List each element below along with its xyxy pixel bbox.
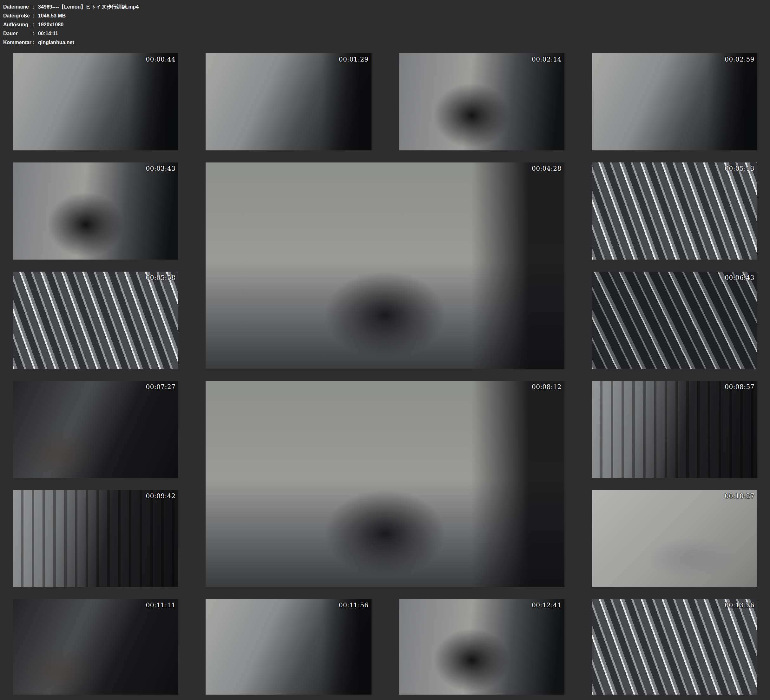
video-frame-thumbnail: 00:05:58 bbox=[13, 272, 178, 369]
file-name-value: 34969----【Lemon】ヒトイヌ歩行訓練.mp4 bbox=[38, 3, 139, 11]
file-size-value: 1046.53 MB bbox=[38, 11, 66, 20]
frame-timestamp: 00:05:13 bbox=[725, 165, 754, 172]
meta-row-duration: Dauer : 00:14:11 bbox=[3, 29, 770, 38]
video-frame-thumbnail: 00:09:42 bbox=[13, 490, 178, 587]
meta-separator: : bbox=[32, 11, 38, 20]
video-frame-thumbnail: 00:07:27 bbox=[13, 381, 178, 478]
frame-timestamp: 00:07:27 bbox=[146, 383, 175, 391]
frame-timestamp: 00:11:56 bbox=[339, 601, 369, 609]
meta-separator: : bbox=[32, 38, 38, 47]
video-frame-thumbnail: 00:13:26 bbox=[592, 599, 757, 695]
meta-label: Dauer bbox=[3, 29, 32, 38]
thumbnail-grid: 00:00:44 00:01:29 00:02:14 00:02:59 00:0… bbox=[0, 48, 770, 700]
comment-value: qinglanhua.net bbox=[38, 38, 74, 47]
meta-row-comment: Kommentar : qinglanhua.net bbox=[3, 38, 770, 47]
video-frame-thumbnail: 00:00:44 bbox=[13, 53, 178, 151]
video-frame-thumbnail: 00:01:29 bbox=[205, 53, 371, 151]
frame-timestamp: 00:04:28 bbox=[532, 165, 561, 172]
video-frame-thumbnail: 00:03:43 bbox=[13, 162, 178, 259]
video-frame-thumbnail-large: 00:04:28 bbox=[205, 162, 565, 369]
meta-label: Dateigröße bbox=[3, 11, 32, 20]
meta-label: Auflösung bbox=[3, 20, 32, 29]
frame-timestamp: 00:12:41 bbox=[532, 601, 561, 609]
video-frame-thumbnail: 00:02:59 bbox=[592, 53, 757, 151]
video-frame-thumbnail: 00:11:56 bbox=[205, 599, 371, 695]
video-frame-thumbnail: 00:10:27 bbox=[592, 490, 757, 587]
frame-timestamp: 00:13:26 bbox=[725, 601, 754, 609]
frame-timestamp: 00:02:14 bbox=[532, 55, 561, 63]
video-frame-thumbnail: 00:12:41 bbox=[399, 599, 565, 695]
meta-label: Kommentar bbox=[3, 38, 32, 47]
video-contact-sheet: Dateiname : 34969----【Lemon】ヒトイヌ歩行訓練.mp4… bbox=[0, 0, 770, 700]
frame-timestamp: 00:00:44 bbox=[146, 55, 175, 63]
meta-separator: : bbox=[32, 3, 38, 11]
video-frame-thumbnail: 00:02:14 bbox=[399, 53, 565, 151]
video-frame-thumbnail: 00:05:13 bbox=[592, 162, 757, 259]
frame-timestamp: 00:01:29 bbox=[339, 55, 369, 63]
meta-separator: : bbox=[32, 20, 38, 29]
video-frame-thumbnail: 00:11:11 bbox=[13, 599, 178, 695]
video-frame-thumbnail: 00:06:43 bbox=[592, 272, 757, 369]
meta-label: Dateiname bbox=[3, 3, 32, 11]
frame-timestamp: 00:05:58 bbox=[146, 274, 175, 282]
duration-value: 00:14:11 bbox=[38, 29, 58, 38]
frame-timestamp: 00:09:42 bbox=[146, 492, 175, 500]
frame-timestamp: 00:08:57 bbox=[725, 383, 754, 391]
meta-row-filename: Dateiname : 34969----【Lemon】ヒトイヌ歩行訓練.mp4 bbox=[3, 3, 770, 11]
video-frame-thumbnail: 00:08:57 bbox=[592, 381, 757, 478]
resolution-value: 1920x1080 bbox=[38, 20, 63, 29]
frame-timestamp: 00:11:11 bbox=[146, 601, 175, 609]
frame-timestamp: 00:03:43 bbox=[146, 165, 175, 172]
meta-row-resolution: Auflösung : 1920x1080 bbox=[3, 20, 770, 29]
frame-timestamp: 00:08:12 bbox=[532, 383, 561, 391]
frame-timestamp: 00:10:27 bbox=[725, 492, 754, 500]
meta-row-filesize: Dateigröße : 1046.53 MB bbox=[3, 11, 770, 20]
file-metadata-header: Dateiname : 34969----【Lemon】ヒトイヌ歩行訓練.mp4… bbox=[0, 0, 770, 48]
frame-timestamp: 00:06:43 bbox=[725, 274, 754, 282]
video-frame-thumbnail-large: 00:08:12 bbox=[205, 381, 565, 587]
meta-separator: : bbox=[32, 29, 38, 38]
frame-timestamp: 00:02:59 bbox=[725, 55, 754, 63]
